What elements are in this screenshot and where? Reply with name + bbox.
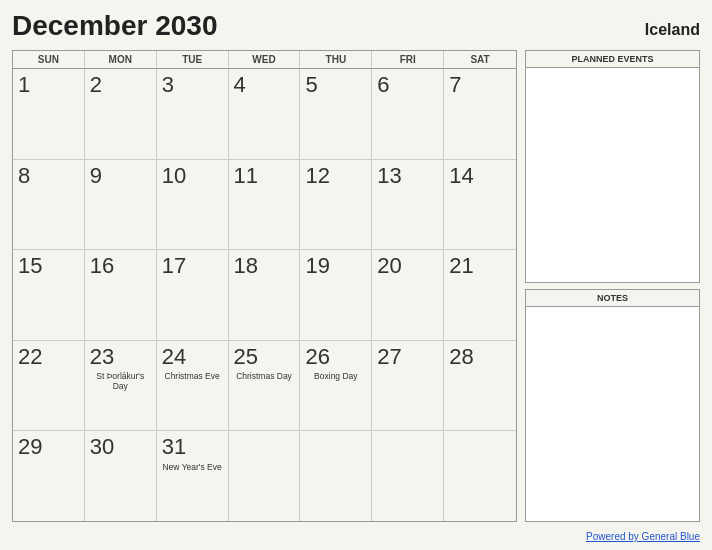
calendar-cell <box>229 431 301 521</box>
day-number: 18 <box>234 254 258 278</box>
day-number: 13 <box>377 164 401 188</box>
day-number: 28 <box>449 345 473 369</box>
calendar-cell: 18 <box>229 250 301 340</box>
day-number: 1 <box>18 73 30 97</box>
calendar-cell: 4 <box>229 69 301 159</box>
notes-content <box>526 307 699 521</box>
page-title: December 2030 <box>12 10 217 42</box>
day-number: 19 <box>305 254 329 278</box>
calendar-cell: 26Boxing Day <box>300 341 372 431</box>
calendar-cell: 8 <box>13 160 85 250</box>
calendar-cell <box>300 431 372 521</box>
calendar-cell: 28 <box>444 341 516 431</box>
day-number: 22 <box>18 345 42 369</box>
day-of-week-header: FRI <box>372 51 444 68</box>
calendar-cell: 25Christmas Day <box>229 341 301 431</box>
calendar-cell: 2 <box>85 69 157 159</box>
calendar-cell: 9 <box>85 160 157 250</box>
calendar-cell: 12 <box>300 160 372 250</box>
calendar-week: 1234567 <box>13 69 516 160</box>
calendar-cell: 17 <box>157 250 229 340</box>
day-number: 23 <box>90 345 114 369</box>
calendar-cell: 29 <box>13 431 85 521</box>
day-number: 2 <box>90 73 102 97</box>
notes-title: NOTES <box>526 290 699 307</box>
day-number: 9 <box>90 164 102 188</box>
calendar-cell <box>372 431 444 521</box>
calendar-header: SUNMONTUEWEDTHUFRISAT <box>13 51 516 69</box>
event-label: New Year's Eve <box>162 462 223 472</box>
day-number: 14 <box>449 164 473 188</box>
calendar-cell: 1 <box>13 69 85 159</box>
calendar-cell: 3 <box>157 69 229 159</box>
country-label: Iceland <box>645 21 700 39</box>
main-area: SUNMONTUEWEDTHUFRISAT 123456789101112131… <box>12 50 700 522</box>
day-number: 25 <box>234 345 258 369</box>
calendar-cell: 21 <box>444 250 516 340</box>
day-of-week-header: THU <box>300 51 372 68</box>
event-label: St Þorlákur's Day <box>90 371 151 391</box>
calendar-cell: 14 <box>444 160 516 250</box>
day-number: 24 <box>162 345 186 369</box>
calendar-cell: 23St Þorlákur's Day <box>85 341 157 431</box>
day-number: 11 <box>234 164 258 188</box>
notes-box: NOTES <box>525 289 700 522</box>
calendar-cell: 30 <box>85 431 157 521</box>
calendar-cell: 5 <box>300 69 372 159</box>
day-number: 27 <box>377 345 401 369</box>
day-number: 17 <box>162 254 186 278</box>
calendar-week: 891011121314 <box>13 160 516 251</box>
day-number: 8 <box>18 164 30 188</box>
planned-events-title: PLANNED EVENTS <box>526 51 699 68</box>
calendar-cell: 13 <box>372 160 444 250</box>
day-number: 10 <box>162 164 186 188</box>
day-number: 26 <box>305 345 329 369</box>
day-number: 4 <box>234 73 246 97</box>
calendar-week: 2223St Þorlákur's Day24Christmas Eve25Ch… <box>13 341 516 432</box>
calendar-cell: 24Christmas Eve <box>157 341 229 431</box>
calendar-cell: 27 <box>372 341 444 431</box>
day-of-week-header: TUE <box>157 51 229 68</box>
day-of-week-header: SUN <box>13 51 85 68</box>
calendar-cell: 19 <box>300 250 372 340</box>
day-number: 3 <box>162 73 174 97</box>
calendar-cell: 16 <box>85 250 157 340</box>
calendar-cell <box>444 431 516 521</box>
calendar-cell: 20 <box>372 250 444 340</box>
calendar-cell: 15 <box>13 250 85 340</box>
calendar-body: 1234567891011121314151617181920212223St … <box>13 69 516 521</box>
event-label: Christmas Eve <box>162 371 223 381</box>
calendar-cell: 10 <box>157 160 229 250</box>
day-number: 7 <box>449 73 461 97</box>
day-number: 15 <box>18 254 42 278</box>
calendar-cell: 22 <box>13 341 85 431</box>
day-of-week-header: SAT <box>444 51 516 68</box>
day-number: 16 <box>90 254 114 278</box>
day-number: 6 <box>377 73 389 97</box>
planned-events-content <box>526 68 699 282</box>
day-number: 21 <box>449 254 473 278</box>
day-number: 20 <box>377 254 401 278</box>
event-label: Boxing Day <box>305 371 366 381</box>
day-number: 5 <box>305 73 317 97</box>
calendar-cell: 31New Year's Eve <box>157 431 229 521</box>
planned-events-box: PLANNED EVENTS <box>525 50 700 283</box>
day-number: 31 <box>162 435 186 459</box>
day-of-week-header: MON <box>85 51 157 68</box>
day-of-week-header: WED <box>229 51 301 68</box>
sidebar: PLANNED EVENTS NOTES <box>525 50 700 522</box>
day-number: 12 <box>305 164 329 188</box>
calendar-cell: 6 <box>372 69 444 159</box>
calendar: SUNMONTUEWEDTHUFRISAT 123456789101112131… <box>12 50 517 522</box>
calendar-cell: 7 <box>444 69 516 159</box>
day-number: 30 <box>90 435 114 459</box>
day-number: 29 <box>18 435 42 459</box>
powered-by-link[interactable]: Powered by General Blue <box>586 531 700 542</box>
footer: Powered by General Blue <box>12 526 700 544</box>
event-label: Christmas Day <box>234 371 295 381</box>
calendar-week: 15161718192021 <box>13 250 516 341</box>
calendar-week: 293031New Year's Eve <box>13 431 516 521</box>
calendar-cell: 11 <box>229 160 301 250</box>
